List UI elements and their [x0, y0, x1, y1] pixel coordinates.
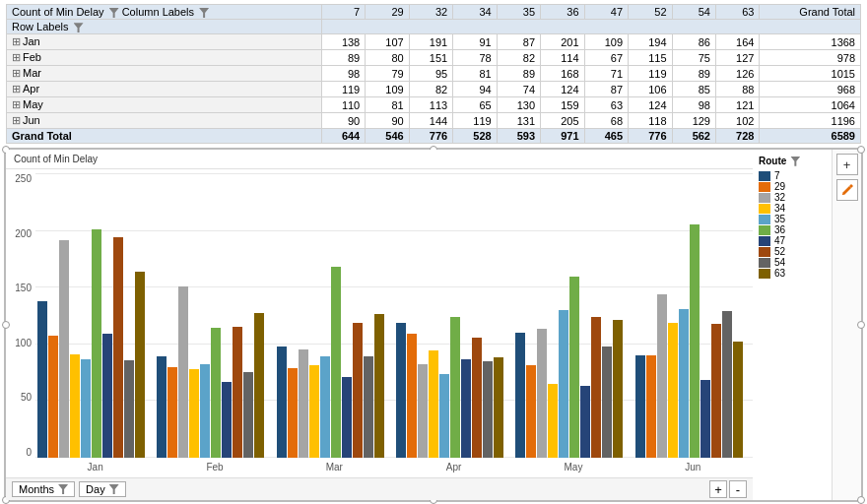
- expand-icon[interactable]: ⊞: [12, 51, 21, 63]
- bar-mar-route9[interactable]: [374, 314, 384, 458]
- y-label-50: 50: [21, 392, 32, 403]
- months-filter-button[interactable]: Months: [12, 481, 75, 497]
- bar-jan-route1[interactable]: [48, 336, 58, 458]
- edit-button[interactable]: [836, 179, 858, 201]
- day-filter-button[interactable]: Day: [79, 481, 126, 497]
- bar-jan-route6[interactable]: [102, 334, 112, 458]
- bar-jan-route5[interactable]: [92, 229, 101, 458]
- bar-apr-route7[interactable]: [472, 338, 482, 458]
- y-label-150: 150: [15, 283, 32, 293]
- bar-apr-route1[interactable]: [407, 334, 417, 458]
- legend-items-container: 7293234353647525463: [759, 170, 826, 279]
- cell-jan-col7: 194: [629, 34, 672, 50]
- bar-group-may: [513, 173, 633, 458]
- bar-jan-route7[interactable]: [113, 237, 123, 458]
- row-labels-header: Row Labels: [7, 20, 322, 34]
- expand-icon[interactable]: ⊞: [12, 67, 21, 79]
- table-top-left: Count of Min Delay Column Labels: [7, 5, 322, 20]
- bar-jun-route6[interactable]: [700, 380, 710, 458]
- cell-may-col10: 1064: [760, 97, 861, 113]
- expand-icon[interactable]: ⊞: [12, 114, 21, 126]
- cell-grand-total-col4: 593: [497, 129, 540, 144]
- bar-jan-route3[interactable]: [70, 354, 80, 458]
- bar-jun-route3[interactable]: [668, 323, 678, 458]
- bar-may-route9[interactable]: [613, 320, 623, 458]
- bar-apr-route5[interactable]: [450, 317, 460, 458]
- bar-jan-route4[interactable]: [81, 359, 91, 459]
- bar-mar-route7[interactable]: [353, 323, 363, 458]
- bar-may-route5[interactable]: [569, 277, 579, 458]
- bar-mar-route3[interactable]: [309, 365, 319, 458]
- bar-may-route1[interactable]: [526, 365, 536, 458]
- bar-may-route4[interactable]: [559, 310, 568, 458]
- x-label-feb: Feb: [155, 458, 274, 477]
- bar-jan-route8[interactable]: [124, 360, 134, 458]
- bar-jun-route4[interactable]: [679, 309, 689, 458]
- bar-apr-route2[interactable]: [418, 364, 428, 458]
- bar-jun-route9[interactable]: [733, 342, 743, 458]
- bar-mar-route1[interactable]: [288, 368, 298, 458]
- expand-icon[interactable]: ⊞: [12, 83, 21, 94]
- col-36: 36: [541, 5, 584, 20]
- bar-jan-route9[interactable]: [135, 272, 145, 458]
- bar-apr-route4[interactable]: [439, 374, 449, 458]
- bar-may-route3[interactable]: [548, 384, 558, 458]
- bar-may-route6[interactable]: [580, 386, 590, 458]
- bar-jan-route2[interactable]: [59, 240, 69, 458]
- bar-feb-route3[interactable]: [189, 369, 199, 458]
- expand-icon[interactable]: ⊞: [12, 98, 21, 110]
- bar-jun-route8[interactable]: [722, 311, 732, 458]
- filter-buttons: Months Day: [12, 481, 126, 497]
- bar-apr-route0[interactable]: [396, 323, 406, 458]
- bar-apr-route3[interactable]: [429, 350, 438, 458]
- bar-feb-route1[interactable]: [167, 367, 177, 458]
- expand-icon[interactable]: ⊞: [12, 35, 21, 47]
- bar-feb-route8[interactable]: [243, 372, 253, 458]
- row-label-mar: ⊞Mar: [7, 66, 322, 82]
- cell-jan-col3: 91: [453, 34, 497, 50]
- bar-jun-route0[interactable]: [635, 355, 645, 458]
- bar-feb-route0[interactable]: [157, 356, 167, 458]
- cell-jan-col10: 1368: [760, 34, 861, 50]
- bar-feb-route6[interactable]: [222, 382, 232, 458]
- bar-mar-route0[interactable]: [277, 346, 287, 458]
- bar-jun-route2[interactable]: [657, 294, 667, 458]
- zoom-out-button[interactable]: -: [729, 480, 747, 498]
- add-element-button[interactable]: +: [836, 154, 858, 175]
- edit-icon: [840, 183, 854, 197]
- resize-handle-right[interactable]: [857, 321, 865, 329]
- bar-jan-route0[interactable]: [37, 301, 47, 458]
- bar-apr-route6[interactable]: [461, 359, 471, 459]
- bar-feb-route7[interactable]: [233, 327, 242, 458]
- zoom-in-button[interactable]: +: [709, 480, 727, 498]
- bar-mar-route8[interactable]: [364, 356, 373, 458]
- bar-apr-route8[interactable]: [483, 361, 493, 458]
- resize-handle-br[interactable]: [857, 496, 865, 504]
- bar-may-route8[interactable]: [602, 346, 612, 458]
- bar-may-route0[interactable]: [515, 333, 525, 458]
- row-filter-icon[interactable]: [74, 23, 84, 32]
- bar-mar-route6[interactable]: [342, 377, 352, 458]
- bar-mar-route4[interactable]: [320, 356, 330, 458]
- cell-feb-col6: 67: [584, 50, 628, 66]
- bar-may-route7[interactable]: [591, 317, 601, 458]
- bar-feb-route9[interactable]: [254, 313, 264, 458]
- bar-feb-route4[interactable]: [200, 364, 210, 458]
- col-29: 29: [366, 5, 409, 20]
- y-axis: 250 200 150 100 50 0: [6, 169, 35, 477]
- cell-may-col9: 121: [715, 97, 759, 113]
- bar-jun-route7[interactable]: [711, 324, 721, 458]
- bar-apr-route9[interactable]: [494, 357, 503, 458]
- column-filter2-icon[interactable]: [199, 8, 209, 18]
- legend-filter-icon[interactable]: [790, 157, 800, 166]
- bar-mar-route2[interactable]: [299, 349, 308, 458]
- bar-feb-route2[interactable]: [178, 286, 188, 458]
- cell-mar-col8: 89: [672, 66, 715, 82]
- bar-may-route2[interactable]: [537, 329, 547, 458]
- bar-feb-route5[interactable]: [211, 328, 221, 458]
- bar-jun-route1[interactable]: [646, 355, 656, 458]
- column-filter-icon[interactable]: [109, 8, 119, 18]
- bar-mar-route5[interactable]: [331, 267, 341, 458]
- resize-handle-tr[interactable]: [857, 146, 865, 154]
- bar-jun-route5[interactable]: [690, 224, 700, 458]
